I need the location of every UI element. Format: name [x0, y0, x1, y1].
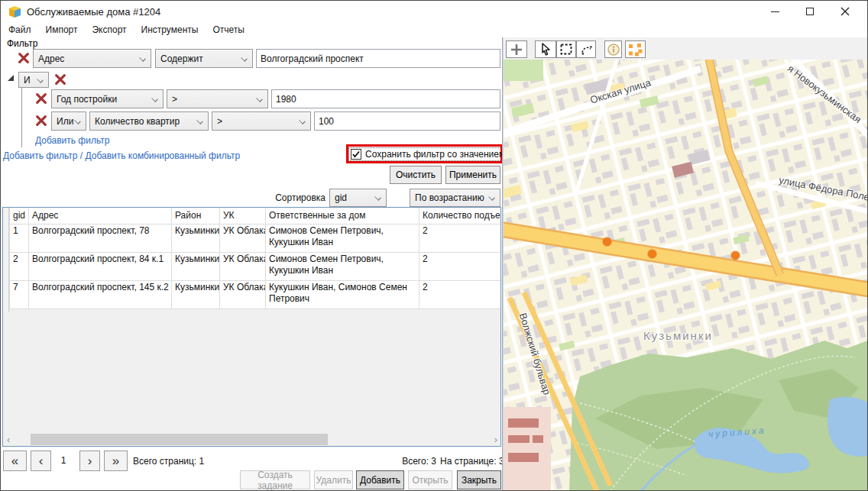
filter-operator-select[interactable]: Содержит — [155, 49, 253, 68]
column-header-entrances[interactable]: Количество подъе — [419, 208, 502, 224]
close-button[interactable] — [828, 1, 863, 22]
cell-gid: 7 — [10, 280, 29, 308]
show-objects-button[interactable] — [625, 40, 646, 58]
links-separator: / — [77, 150, 85, 161]
sort-order-select[interactable]: По возрастанию — [410, 189, 500, 207]
maximize-button[interactable] — [792, 1, 828, 22]
chevron-down-icon — [152, 95, 158, 102]
scroll-left-icon[interactable]: ‹ — [7, 434, 10, 445]
table-row[interactable]: 7 Волгоградский проспект, 145 к.2 Кузьми… — [10, 280, 502, 308]
open-button[interactable]: Открыть — [408, 470, 452, 489]
rect-select-icon — [560, 44, 572, 55]
house-marker[interactable] — [648, 250, 656, 258]
add-combined-filter-link[interactable]: Добавить комбинированный фильтр — [85, 150, 240, 161]
sort-field-select[interactable]: gid — [329, 189, 387, 207]
scroll-right-icon[interactable]: › — [494, 434, 497, 445]
delete-filter-row-icon[interactable] — [35, 92, 47, 105]
chevron-down-icon — [257, 95, 263, 102]
close-dialog-button[interactable]: Закрыть — [457, 470, 501, 489]
column-header-address[interactable]: Адрес — [29, 208, 172, 224]
total-count-label: Всего: 3 — [375, 456, 436, 467]
condition-logic-select[interactable]: Или — [51, 111, 86, 131]
info-icon — [607, 43, 620, 57]
house-marker[interactable] — [603, 237, 611, 246]
cell-entrances: 2 — [419, 252, 502, 280]
combo-value: Или — [57, 116, 73, 127]
curved-arrow-select-button[interactable] — [576, 40, 596, 58]
current-page: 1 — [48, 455, 79, 466]
delete-button[interactable]: Удалить — [314, 470, 353, 489]
cell-uk: УК Облака — [220, 280, 266, 308]
clear-button[interactable]: Очистить — [390, 166, 442, 184]
row-header-strip — [3, 208, 9, 312]
filter-value-input[interactable] — [314, 111, 500, 131]
last-page-button[interactable]: » — [104, 451, 128, 471]
column-header-gid[interactable]: gid — [10, 208, 29, 224]
map-view[interactable]: Окская улица я Новокузьминская улица Фёд… — [504, 60, 868, 491]
first-page-button[interactable]: « — [3, 451, 27, 471]
crosshair-add-button[interactable] — [506, 40, 527, 58]
cursor-select-button[interactable] — [535, 40, 556, 58]
cell-gid: 2 — [10, 252, 29, 280]
filter-section-label: Фильтр — [7, 38, 37, 49]
apply-button[interactable]: Применить — [445, 166, 500, 184]
table-row[interactable]: 1 Волгоградский проспект, 78 Кузьминки У… — [10, 224, 502, 252]
combo-value: > — [217, 116, 222, 127]
menu-import[interactable]: Импорт — [46, 24, 78, 35]
group-tree-line — [21, 88, 22, 147]
curved-arrow-select-icon — [580, 44, 593, 55]
filter-field-select[interactable]: Количество квартир — [89, 111, 209, 131]
group-logic-select[interactable]: И — [18, 72, 49, 88]
next-page-button[interactable]: › — [79, 451, 100, 471]
menu-file[interactable]: Файл — [8, 24, 31, 35]
rect-select-button[interactable] — [556, 40, 576, 58]
cell-responsible: Кукушкин Иван, Симонов Семен Петрович — [266, 280, 419, 308]
chevron-down-icon — [197, 118, 203, 124]
window-title: Обслуживаемые дома #1204 — [27, 6, 160, 18]
add-filter-in-group-link[interactable]: Добавить фильтр — [35, 135, 109, 146]
table-row[interactable]: 2 Волгоградский проспект, 84 к.1 Кузьмин… — [10, 252, 502, 280]
crosshair-add-icon — [510, 43, 523, 57]
combo-value: И — [24, 75, 31, 86]
add-button[interactable]: Добавить — [356, 470, 404, 489]
app-window: Обслуживаемые дома #1204 Файл Импорт Экс… — [0, 0, 868, 491]
sorting-label: Сортировка — [268, 192, 326, 203]
menu-tools[interactable]: Инструменты — [141, 24, 199, 35]
filter-field-select[interactable]: Год постройки — [51, 89, 164, 108]
add-filter-link[interactable]: Добавить фильтр — [3, 150, 77, 161]
filter-operator-select[interactable]: > — [167, 89, 268, 108]
save-filter-checkbox-group[interactable]: Сохранить фильтр со значением — [349, 148, 507, 160]
expander-icon[interactable] — [7, 74, 15, 82]
show-objects-icon — [628, 43, 643, 57]
filter-value-input[interactable] — [271, 89, 500, 108]
house-marker[interactable] — [731, 251, 740, 260]
filter-operator-select[interactable]: > — [212, 111, 311, 131]
scrollbar-thumb[interactable] — [31, 434, 328, 445]
cell-district: Кузьминки — [172, 224, 220, 252]
column-header-district[interactable]: Район — [172, 208, 220, 224]
info-button[interactable] — [604, 40, 622, 58]
check-icon — [351, 150, 361, 159]
filter-value-input[interactable] — [256, 49, 500, 68]
delete-filter-row-icon[interactable] — [35, 115, 47, 127]
map-canvas — [504, 60, 868, 491]
cell-gid: 1 — [10, 224, 29, 252]
combo-value: Количество квартир — [95, 116, 180, 127]
filter-field-select[interactable]: Адрес — [33, 49, 151, 68]
column-header-responsible[interactable]: Ответственные за дом — [266, 208, 419, 224]
menu-reports[interactable]: Отчеты — [212, 24, 244, 35]
combo-value: Год постройки — [57, 94, 117, 105]
menu-bar: Файл Импорт Экспорт Инструменты Отчеты — [1, 22, 501, 37]
create-task-button[interactable]: Создать задание — [240, 470, 310, 489]
menu-export[interactable]: Экспорт — [92, 24, 126, 35]
horizontal-scrollbar[interactable]: ‹ › — [3, 433, 500, 446]
column-header-uk[interactable]: УК — [220, 208, 266, 224]
delete-filter-row-icon[interactable] — [18, 52, 30, 64]
minimize-button[interactable] — [757, 1, 792, 22]
cell-entrances: 2 — [419, 224, 502, 252]
delete-filter-group-icon[interactable] — [54, 73, 66, 86]
save-filter-checkbox[interactable] — [351, 149, 361, 160]
cell-address: Волгоградский проспект, 84 к.1 — [29, 252, 172, 280]
minimize-icon — [771, 11, 779, 12]
cell-district: Кузьминки — [172, 280, 220, 308]
